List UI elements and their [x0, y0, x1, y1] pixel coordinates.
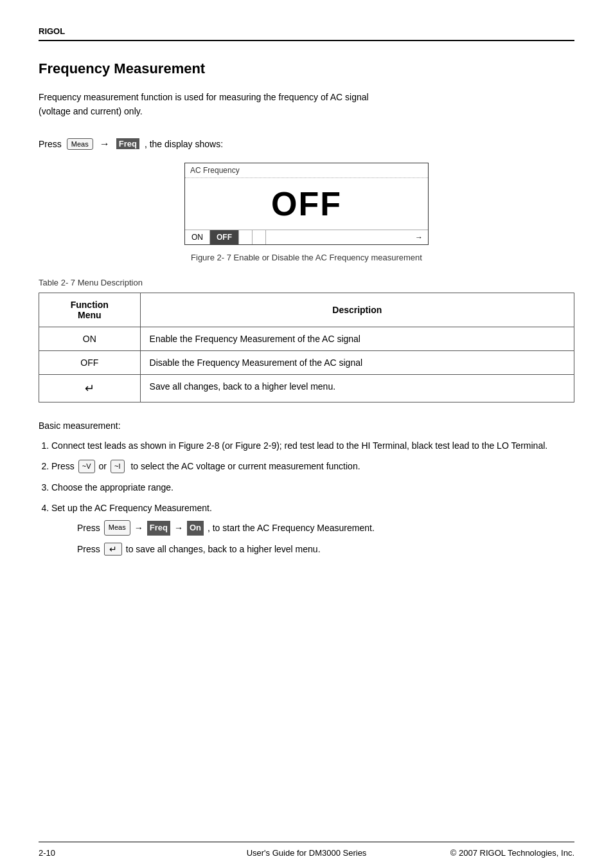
- display-btn-arrow: →: [410, 230, 428, 244]
- display-btn-3: [239, 230, 253, 244]
- table-row: OFF Disable the Frequency Measurement of…: [39, 350, 574, 374]
- step-4-sub1: Press Meas → Freq → On , to start the AC…: [77, 520, 574, 556]
- page-content: RIGOL Frequency Measurement Frequency me…: [0, 0, 613, 868]
- step2-or: or: [99, 459, 107, 473]
- menu-table: FunctionMenu Description ON Enable the F…: [39, 293, 574, 402]
- page-title: Frequency Measurement: [39, 60, 574, 77]
- table-row: ON Enable the Frequency Measurement of t…: [39, 327, 574, 350]
- step-2: Press ~V or ~I to select the AC voltage …: [51, 459, 574, 473]
- freq-highlight: Freq: [116, 138, 139, 149]
- table-cell-on-desc: Enable the Frequency Measurement of the …: [140, 327, 574, 350]
- step4-press-line2: Press ↵ to save all changes, back to a h…: [77, 542, 574, 556]
- step4-suffix: , to start the AC Frequency Measurement.: [208, 521, 375, 535]
- footer-guide: User's Guide for DM3000 Series: [247, 848, 367, 858]
- display-box-container: AC Frequency OFF ON OFF →: [39, 163, 574, 245]
- step2-prefix: Press: [51, 459, 75, 473]
- meas-key: Meas: [67, 138, 93, 150]
- step2-suffix: to select the AC voltage or current meas…: [129, 459, 360, 473]
- brand-label: RIGOL: [39, 26, 65, 36]
- ac-current-key: ~I: [111, 460, 124, 474]
- display-main-value: OFF: [185, 178, 428, 230]
- intro-text: Frequency measurement function is used f…: [39, 90, 574, 119]
- table-header-description: Description: [140, 293, 574, 327]
- step4-meas-key: Meas: [104, 520, 130, 536]
- page-number: 2-10: [39, 848, 55, 858]
- header: RIGOL: [39, 26, 574, 41]
- steps-list: Connect test leads as shown in Figure 2-…: [51, 439, 574, 557]
- step4-press-line1: Press Meas → Freq → On , to start the AC…: [77, 520, 574, 536]
- step-2-content: Press ~V or ~I to select the AC voltage …: [51, 459, 574, 473]
- basic-meas-title: Basic measurement:: [39, 420, 574, 431]
- display-box: AC Frequency OFF ON OFF →: [184, 163, 429, 245]
- display-buttons: ON OFF →: [185, 230, 428, 244]
- press-instruction-1: Press Meas → Freq , the display shows:: [39, 138, 574, 150]
- display-title: AC Frequency: [185, 163, 428, 178]
- display-btn-off: OFF: [210, 230, 239, 244]
- table-row: ↵ Save all changes, back to a higher lev…: [39, 374, 574, 402]
- table-cell-return-desc: Save all changes, back to a higher level…: [140, 374, 574, 402]
- step4-prefix: Press: [77, 521, 100, 535]
- table-cell-return: ↵: [39, 374, 141, 402]
- table-cell-off: OFF: [39, 350, 141, 374]
- display-btn-on: ON: [185, 230, 210, 244]
- copyright: © 2007 RIGOL Technologies, Inc.: [450, 848, 574, 858]
- table-cell-on: ON: [39, 327, 141, 350]
- ac-voltage-key: ~V: [78, 460, 95, 474]
- step4-arrow1: →: [134, 521, 143, 535]
- step-1: Connect test leads as shown in Figure 2-…: [51, 439, 574, 453]
- return-key-icon: ↵: [104, 543, 122, 556]
- step4-freq: Freq: [147, 521, 170, 536]
- figure-caption: Figure 2- 7 Enable or Disable the AC Fre…: [39, 253, 574, 262]
- table-header-function: FunctionMenu: [39, 293, 141, 327]
- table-cell-off-desc: Disable the Frequency Measurement of the…: [140, 350, 574, 374]
- display-btn-spacer: [266, 230, 410, 244]
- step4b-prefix: Press: [77, 542, 100, 556]
- step-4: Set up the AC Frequency Measurement. Pre…: [51, 501, 574, 556]
- step4-arrow2: →: [174, 521, 183, 535]
- table-caption: Table 2- 7 Menu Description: [39, 278, 574, 287]
- display-btn-4: [253, 230, 266, 244]
- step4-on: On: [187, 521, 204, 536]
- footer-line: [39, 842, 574, 842]
- step-3: Choose the appropriate range.: [51, 480, 574, 494]
- step4b-suffix: to save all changes, back to a higher le…: [126, 542, 321, 556]
